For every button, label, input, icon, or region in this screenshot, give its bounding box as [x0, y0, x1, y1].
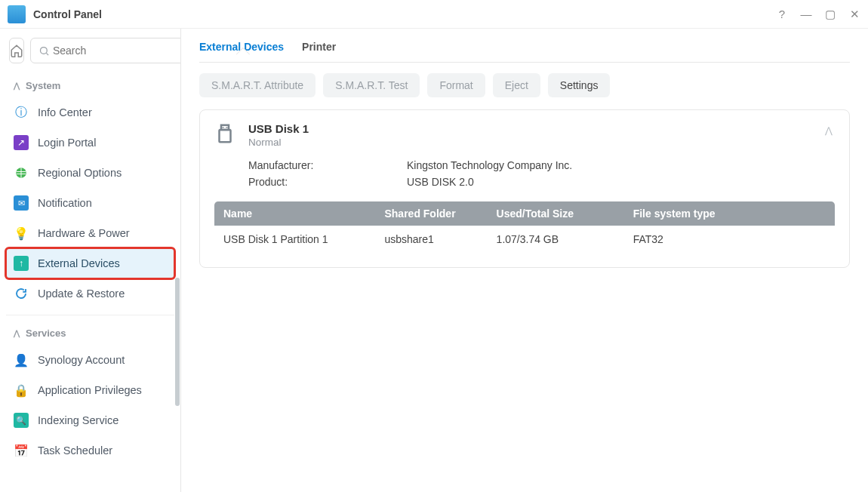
- toolbar: S.M.A.R.T. Attribute S.M.A.R.T. Test For…: [199, 73, 850, 97]
- maximize-icon[interactable]: ▢: [824, 8, 836, 20]
- sidebar-item-label: Application Privileges: [38, 384, 142, 396]
- home-icon: [10, 44, 23, 57]
- external-device-icon: ↑: [14, 256, 29, 271]
- eject-button[interactable]: Eject: [493, 73, 540, 97]
- cell-fs: FAT32: [624, 226, 836, 254]
- th-size: Used/Total Size: [488, 201, 624, 226]
- device-title: USB Disk 1: [248, 122, 309, 135]
- notification-icon: ✉: [14, 195, 29, 211]
- sidebar-item-notification[interactable]: ✉ Notification: [6, 188, 174, 218]
- cell-size: 1.07/3.74 GB: [488, 226, 624, 254]
- sidebar-item-login-portal[interactable]: ↗ Login Portal: [6, 128, 174, 158]
- titlebar: Control Panel ? — ▢ ✕: [0, 0, 868, 29]
- sidebar-group-label: System: [26, 80, 60, 91]
- chevron-up-icon: ⋀: [14, 81, 20, 90]
- meta-row-manufacturer: Manufacturer: Kingston Technology Compan…: [248, 157, 836, 174]
- sidebar-item-synology-account[interactable]: 👤 Synology Account: [6, 345, 174, 375]
- main: External Devices Printer S.M.A.R.T. Attr…: [181, 29, 868, 492]
- th-fs: File system type: [624, 201, 836, 226]
- sidebar-item-update-restore[interactable]: Update & Restore: [6, 278, 174, 309]
- globe-icon: [14, 165, 29, 180]
- search-input[interactable]: [53, 45, 181, 57]
- window: Control Panel ? — ▢ ✕ ⋀ Syst: [0, 0, 868, 492]
- chevron-up-icon: ⋀: [825, 125, 833, 136]
- sidebar-group-label: Services: [26, 327, 66, 339]
- meta-label: Product:: [248, 176, 407, 188]
- smart-test-button[interactable]: S.M.A.R.T. Test: [323, 73, 420, 97]
- svg-line-1: [46, 53, 48, 55]
- th-shared: Shared Folder: [375, 201, 487, 226]
- partition-table: Name Shared Folder Used/Total Size File …: [214, 201, 836, 254]
- sidebar-item-hardware-power[interactable]: 💡 Hardware & Power: [6, 218, 174, 248]
- account-icon: 👤: [14, 352, 29, 367]
- device-panel: USB Disk 1 Normal ⋀ Manufacturer: Kingst…: [199, 109, 850, 268]
- app-icon: [8, 5, 26, 23]
- index-icon: 🔍: [14, 413, 29, 428]
- table-row[interactable]: USB Disk 1 Partition 1 usbshare1 1.07/3.…: [214, 226, 836, 254]
- close-icon[interactable]: ✕: [848, 8, 860, 20]
- home-button[interactable]: [9, 38, 24, 63]
- sidebar-group-services[interactable]: ⋀ Services: [6, 321, 174, 345]
- sidebar-item-label: Notification: [38, 197, 92, 209]
- settings-button[interactable]: Settings: [548, 73, 611, 97]
- sidebar-item-label: Hardware & Power: [38, 227, 130, 239]
- search-icon: [38, 45, 50, 57]
- device-status: Normal: [248, 137, 309, 148]
- window-title: Control Panel: [33, 8, 776, 20]
- sidebar-item-label: Update & Restore: [38, 288, 125, 300]
- lock-icon: 🔒: [14, 383, 29, 398]
- help-icon[interactable]: ?: [776, 8, 788, 20]
- svg-rect-3: [220, 130, 231, 142]
- collapse-toggle[interactable]: ⋀: [822, 122, 836, 139]
- bulb-icon: 💡: [14, 226, 29, 241]
- th-name: Name: [214, 201, 376, 226]
- sidebar-item-label: External Devices: [38, 257, 120, 269]
- update-icon: [14, 286, 29, 301]
- cell-name: USB Disk 1 Partition 1: [214, 226, 376, 254]
- device-header: USB Disk 1 Normal ⋀: [214, 122, 836, 148]
- chevron-up-icon: ⋀: [14, 329, 20, 337]
- info-icon: ⓘ: [14, 105, 29, 120]
- sidebar-item-label: Login Portal: [38, 137, 96, 149]
- sidebar-item-label: Info Center: [38, 106, 92, 118]
- window-controls: ? — ▢ ✕: [776, 8, 860, 20]
- sidebar-group-system[interactable]: ⋀ System: [6, 74, 174, 97]
- meta-value: Kingston Technology Company Inc.: [407, 159, 572, 171]
- body: ⋀ System ⓘ Info Center ↗ Login Portal Re…: [0, 29, 868, 492]
- sidebar-item-label: Synology Account: [38, 354, 125, 366]
- sidebar-item-task-scheduler[interactable]: 📅 Task Scheduler: [6, 435, 174, 466]
- sidebar-item-indexing-service[interactable]: 🔍 Indexing Service: [6, 405, 174, 435]
- smart-attribute-button[interactable]: S.M.A.R.T. Attribute: [199, 73, 315, 97]
- meta-label: Manufacturer:: [248, 159, 407, 171]
- usb-icon: [214, 122, 236, 145]
- minimize-icon[interactable]: —: [800, 8, 812, 20]
- tabs: External Devices Printer: [199, 41, 850, 63]
- table-header-row: Name Shared Folder Used/Total Size File …: [214, 201, 836, 226]
- calendar-icon: 📅: [14, 443, 29, 458]
- sidebar-item-external-devices[interactable]: ↑ External Devices: [6, 248, 174, 278]
- portal-icon: ↗: [14, 135, 29, 150]
- cell-shared: usbshare1: [375, 226, 487, 254]
- sidebar: ⋀ System ⓘ Info Center ↗ Login Portal Re…: [0, 29, 181, 492]
- sidebar-item-label: Task Scheduler: [38, 444, 112, 457]
- device-meta: Manufacturer: Kingston Technology Compan…: [248, 157, 836, 190]
- format-button[interactable]: Format: [427, 73, 485, 97]
- svg-point-0: [41, 47, 48, 54]
- sidebar-top: [6, 38, 174, 63]
- sidebar-item-info-center[interactable]: ⓘ Info Center: [6, 97, 174, 128]
- sidebar-item-label: Regional Options: [38, 167, 122, 179]
- sidebar-item-regional-options[interactable]: Regional Options: [6, 158, 174, 188]
- device-title-block: USB Disk 1 Normal: [248, 122, 309, 148]
- sidebar-scrollbar[interactable]: [175, 278, 180, 406]
- sidebar-item-label: Indexing Service: [38, 414, 119, 426]
- tab-printer[interactable]: Printer: [302, 41, 336, 56]
- meta-value: USB DISK 2.0: [407, 176, 474, 188]
- sidebar-item-application-privileges[interactable]: 🔒 Application Privileges: [6, 375, 174, 405]
- search-field[interactable]: [30, 38, 181, 63]
- tab-external-devices[interactable]: External Devices: [199, 41, 284, 56]
- meta-row-product: Product: USB DISK 2.0: [248, 174, 836, 190]
